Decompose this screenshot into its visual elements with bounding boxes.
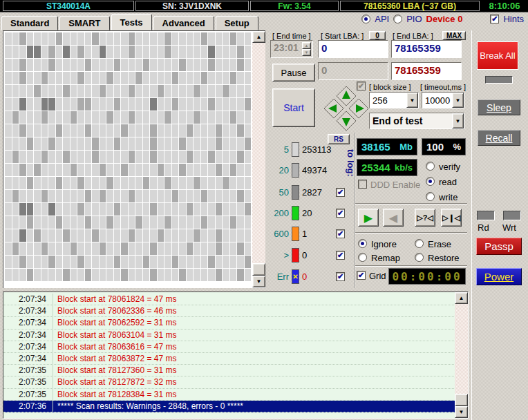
sleep-button[interactable]: Sleep xyxy=(478,99,520,115)
api-radio[interactable] xyxy=(361,15,370,23)
seek-edge-button[interactable]: ▷❙◁ xyxy=(441,209,462,227)
timeout-select[interactable]: 10000 ▼ xyxy=(422,92,464,108)
end-time-down-icon[interactable]: ▼ xyxy=(302,49,311,56)
pio-radio[interactable] xyxy=(393,15,402,23)
bucket-row-5: 5253113✔ xyxy=(268,141,331,158)
map-cell xyxy=(208,164,215,176)
read-radio[interactable] xyxy=(426,177,435,186)
map-cell xyxy=(245,124,252,137)
tab-advanced[interactable]: Advanced xyxy=(153,16,214,30)
block-size-value: 256 xyxy=(373,95,388,106)
to-log-checkbox[interactable]: ✔ xyxy=(336,272,345,281)
tab-tests[interactable]: Tests xyxy=(111,14,152,30)
end-time-up-icon[interactable]: ▲ xyxy=(302,42,311,49)
map-cell xyxy=(164,46,171,58)
block-size-select[interactable]: 256 ▼ xyxy=(369,92,419,108)
map-scroll-down-icon[interactable]: ▼ xyxy=(252,276,265,287)
map-scroll-track[interactable] xyxy=(252,43,265,263)
erase-radio[interactable] xyxy=(415,239,424,248)
ignore-radio[interactable] xyxy=(358,239,367,248)
log-row[interactable]: 2:07:34Block start at 78062592 = 31 ms xyxy=(3,317,455,329)
loop-checkbox[interactable]: ✔ xyxy=(357,82,366,90)
map-scrollbar[interactable]: ▲ ▼ xyxy=(252,31,265,287)
map-cell xyxy=(121,269,128,281)
map-cell xyxy=(201,177,208,189)
seek-unknown-button[interactable]: ▷?◁ xyxy=(415,209,435,227)
log-row[interactable]: 2:07:34Block start at 78063616 = 47 ms xyxy=(3,341,455,353)
map-cell xyxy=(63,164,70,176)
tab-smart[interactable]: SMART xyxy=(59,16,109,30)
map-cell xyxy=(114,46,121,58)
restore-radio[interactable] xyxy=(415,253,424,262)
end-action-dropdown-icon[interactable]: ▼ xyxy=(452,113,464,128)
passp-button[interactable]: Passp xyxy=(476,238,522,255)
block-size-dropdown-icon[interactable]: ▼ xyxy=(406,93,418,108)
log-row[interactable]: 2:07:35Block start at 78128384 = 31 ms xyxy=(3,389,455,401)
start-lba-input[interactable]: 0 xyxy=(318,40,388,58)
pause-button[interactable]: Pause xyxy=(272,64,315,82)
start-button[interactable]: Start xyxy=(272,88,315,127)
map-cell xyxy=(34,124,41,137)
tab-setup[interactable]: Setup xyxy=(216,16,258,30)
map-cell xyxy=(100,32,106,45)
map-scroll-thumb[interactable] xyxy=(252,263,265,276)
power-button[interactable]: Power xyxy=(476,268,522,285)
log-scroll-up-icon[interactable]: ▲ xyxy=(455,292,468,304)
log-row[interactable]: 2:07:34Block start at 78062336 = 46 ms xyxy=(3,305,455,317)
log-row[interactable]: 2:07:34Block start at 78061824 = 47 ms xyxy=(3,294,455,305)
timeout-value: 10000 xyxy=(425,95,450,106)
map-cell xyxy=(158,164,164,176)
reverse-button[interactable]: ◀ xyxy=(383,209,404,227)
play-button[interactable]: ▶ xyxy=(358,209,379,227)
to-log-checkbox[interactable]: ✔ xyxy=(336,251,345,260)
direction-pad[interactable] xyxy=(322,84,370,133)
write-radio[interactable] xyxy=(426,192,435,201)
to-log-checkbox[interactable]: ✔ xyxy=(336,188,345,197)
log-scroll-track[interactable] xyxy=(455,304,468,394)
log-row[interactable]: 2:07:35Block start at 78127872 = 32 ms xyxy=(3,376,455,388)
log-scrollbar[interactable]: ▲ ▼ xyxy=(455,292,468,418)
verify-radio[interactable] xyxy=(426,162,435,171)
to-log-checkbox[interactable]: ✔ xyxy=(336,209,345,218)
map-scroll-up-icon[interactable]: ▲ xyxy=(252,31,265,43)
log-scroll-down-icon[interactable]: ▼ xyxy=(455,406,468,418)
tab-standard[interactable]: Standard xyxy=(1,16,58,30)
timeout-dropdown-icon[interactable]: ▼ xyxy=(452,93,464,108)
to-log-checkbox[interactable]: ✔ xyxy=(336,229,345,238)
recall-button[interactable]: Recall xyxy=(478,130,520,146)
log-row[interactable]: 2:07:34Block start at 78063872 = 47 ms xyxy=(3,353,455,365)
end-time-field[interactable]: 23:01 ▲▼ xyxy=(270,40,313,58)
break-all-button[interactable]: Break All xyxy=(477,41,518,70)
map-cell xyxy=(27,190,34,202)
end-action-select[interactable]: End of test ▼ xyxy=(369,113,464,129)
hints-checkbox[interactable]: ✔ xyxy=(490,15,499,23)
map-cell xyxy=(129,72,135,84)
map-cell xyxy=(230,269,237,281)
map-cell xyxy=(19,229,26,242)
map-cell xyxy=(158,59,164,71)
remap-radio[interactable] xyxy=(358,253,367,262)
log-message: Block start at 78062336 = 46 ms xyxy=(53,306,176,316)
log-row[interactable]: 2:07:36***** Scan results: Warnings - 28… xyxy=(3,401,455,412)
log-row[interactable]: 2:07:35Block start at 78127360 = 31 ms xyxy=(3,365,455,376)
map-cell xyxy=(245,177,252,189)
map-cell xyxy=(92,269,99,281)
end-time-value: 23:01 xyxy=(274,42,299,53)
end-lba-input[interactable]: 78165359 xyxy=(391,40,462,58)
ddd-enable-checkbox[interactable] xyxy=(358,180,367,189)
max-lba-button[interactable]: MAX xyxy=(442,31,466,40)
map-cell xyxy=(85,177,92,189)
log-scroll-thumb[interactable] xyxy=(455,394,468,406)
log-row[interactable]: 2:07:34Block start at 78063104 = 31 ms xyxy=(3,330,455,341)
map-cell xyxy=(129,124,135,137)
grid-checkbox[interactable]: ✔ xyxy=(357,271,366,280)
map-cell xyxy=(150,124,157,137)
map-cell xyxy=(216,177,223,189)
map-cell xyxy=(129,164,135,176)
map-cell xyxy=(121,229,128,242)
zero-lba-button[interactable]: 0 xyxy=(369,31,386,40)
map-cell xyxy=(194,256,200,268)
map-cell xyxy=(201,98,208,111)
map-cell xyxy=(77,46,84,58)
reverse-icon: ◀ xyxy=(389,211,397,225)
